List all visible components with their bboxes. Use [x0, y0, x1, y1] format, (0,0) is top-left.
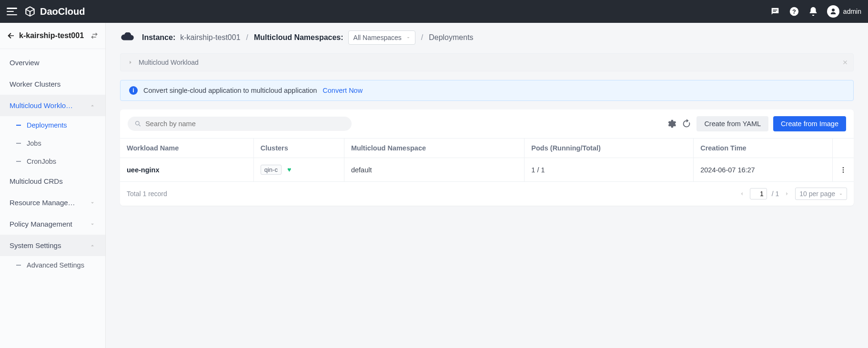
dash-icon — [16, 125, 21, 126]
sidebar-item-policy-management[interactable]: Policy Management — [0, 213, 105, 235]
cloud-icon — [120, 32, 134, 43]
col-name[interactable]: Workload Name — [120, 139, 253, 158]
col-pods[interactable]: Pods (Running/Total) — [525, 139, 694, 158]
page-input[interactable] — [750, 188, 767, 199]
cluster-tag[interactable]: qin-c — [261, 165, 282, 175]
col-actions — [833, 139, 854, 158]
gear-icon[interactable] — [666, 119, 676, 129]
sidebar-item-label: Advanced Settings — [27, 261, 84, 269]
sidebar-item-label: Overview — [10, 59, 40, 67]
pods-cell: 1 / 1 — [525, 158, 694, 182]
namespace-cell: default — [344, 158, 524, 182]
col-clusters[interactable]: Clusters — [253, 139, 344, 158]
sidebar-item-advanced-settings[interactable]: Advanced Settings — [16, 256, 105, 274]
menu-toggle[interactable] — [7, 8, 17, 15]
sidebar-item-label: Resource Manage… — [10, 199, 75, 207]
breadcrumb-page: Deployments — [429, 33, 473, 42]
breadcrumb: Instance: k-kairship-test001 / Multiclou… — [106, 23, 868, 53]
sidebar-item-overview[interactable]: Overview — [0, 52, 105, 73]
svg-line-3 — [139, 125, 140, 126]
sidebar-item-multicloud-crds[interactable]: Multicloud CRDs — [0, 170, 105, 192]
banner-text: Convert single-cloud application to mult… — [143, 87, 317, 94]
ns-label: Multicloud Namespaces: — [254, 33, 343, 42]
sidebar-item-label: Jobs — [27, 139, 41, 147]
brand-name: DaoCloud — [40, 6, 85, 17]
back-arrow-icon[interactable] — [7, 31, 15, 40]
sidebar-item-multicloud-workload[interactable]: Multicloud Worklo… — [0, 95, 105, 116]
help-icon[interactable]: ? — [789, 6, 799, 17]
chevron-down-icon — [838, 191, 844, 197]
sidebar-item-label: Deployments — [27, 121, 67, 129]
page-prev-icon[interactable] — [738, 190, 745, 197]
info-icon: i — [129, 86, 138, 95]
sidebar-item-label: System Settings — [10, 241, 61, 249]
page-total: / 1 — [772, 190, 779, 198]
avatar-icon — [827, 5, 839, 18]
convert-now-link[interactable]: Convert Now — [323, 87, 363, 94]
svg-text:?: ? — [792, 8, 796, 15]
brand[interactable]: DaoCloud — [24, 5, 85, 18]
sidebar-item-resource-manage[interactable]: Resource Manage… — [0, 192, 105, 213]
sidebar-item-system-settings[interactable]: System Settings — [0, 235, 105, 256]
search-input[interactable] — [145, 120, 345, 128]
svg-point-4 — [843, 167, 844, 169]
panel-header[interactable]: Multicloud Workload — [120, 53, 854, 71]
user-menu[interactable]: admin — [827, 5, 861, 18]
namespace-select[interactable]: All Namespaces — [348, 30, 415, 45]
sidebar-item-cronjobs[interactable]: CronJobs — [16, 152, 105, 170]
sidebar-item-worker-clusters[interactable]: Worker Clusters — [0, 73, 105, 95]
sidebar-item-label: Multicloud CRDs — [10, 177, 63, 185]
workload-name[interactable]: uee-nginx — [127, 166, 159, 174]
workloads-table: Workload Name Clusters Multicloud Namesp… — [120, 138, 854, 182]
svg-point-6 — [843, 171, 844, 173]
chevron-up-icon — [89, 102, 96, 109]
table-row[interactable]: uee-nginx qin-c ♥ default 1 / 1 2024-06-… — [120, 158, 854, 182]
chevron-down-icon — [405, 35, 411, 40]
message-icon[interactable] — [770, 6, 780, 17]
search-box[interactable] — [128, 117, 352, 131]
col-namespace[interactable]: Multicloud Namespace — [344, 139, 524, 158]
svg-point-2 — [136, 121, 140, 125]
panel-title: Multicloud Workload — [139, 59, 199, 66]
sidebar-item-label: Policy Management — [10, 220, 72, 228]
page-next-icon[interactable] — [784, 190, 790, 197]
create-from-yaml-button[interactable]: Create from YAML — [696, 116, 768, 131]
chevron-right-icon — [127, 59, 134, 66]
chevron-down-icon — [89, 199, 96, 206]
sidebar-item-deployments[interactable]: Deployments — [16, 116, 105, 134]
more-actions-icon[interactable] — [839, 166, 847, 174]
sidebar-item-label: Worker Clusters — [10, 80, 61, 88]
sidebar-item-label: Multicloud Worklo… — [10, 101, 73, 109]
total-records: Total 1 record — [127, 190, 167, 198]
user-name: admin — [843, 8, 861, 15]
dash-icon — [16, 161, 21, 162]
bell-icon[interactable] — [808, 6, 818, 17]
per-page-label: 10 per page — [799, 190, 835, 198]
dash-icon — [16, 265, 21, 266]
svg-point-5 — [843, 169, 844, 170]
sidebar-item-label: CronJobs — [27, 158, 56, 165]
instance-name: k-kairship-test001 — [19, 31, 84, 40]
instance-label: Instance: — [142, 33, 175, 42]
brand-logo-icon — [24, 5, 36, 18]
namespace-selected: All Namespaces — [353, 34, 402, 41]
created-cell: 2024-06-07 16:27 — [694, 158, 833, 182]
search-icon — [134, 120, 141, 128]
dash-icon — [16, 143, 21, 144]
chevron-up-icon — [89, 242, 96, 249]
info-banner: i Convert single-cloud application to mu… — [120, 80, 854, 101]
chevron-down-icon — [89, 221, 96, 228]
col-created[interactable]: Creation Time — [694, 139, 833, 158]
per-page-select[interactable]: 10 per page — [795, 188, 847, 200]
heart-icon: ♥ — [287, 166, 291, 173]
refresh-icon[interactable] — [681, 119, 692, 129]
swap-icon[interactable] — [90, 31, 99, 40]
instance-value[interactable]: k-kairship-test001 — [180, 33, 240, 42]
close-icon[interactable] — [842, 59, 848, 66]
create-from-image-button[interactable]: Create from Image — [773, 116, 846, 131]
sidebar-item-jobs[interactable]: Jobs — [16, 134, 105, 152]
